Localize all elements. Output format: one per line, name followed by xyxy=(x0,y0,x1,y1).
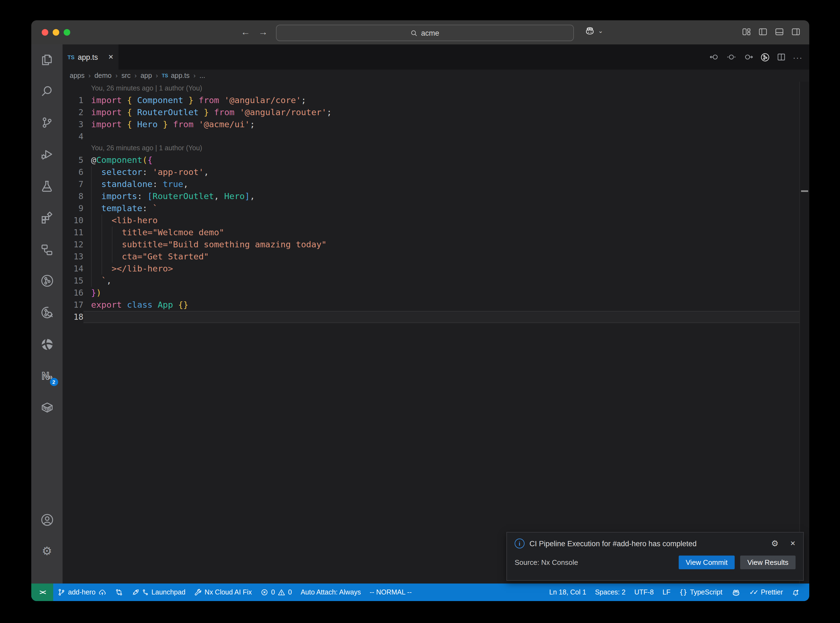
code-line[interactable]: 3import { Hero } from '@acme/ui'; xyxy=(63,118,800,130)
testing-icon[interactable] xyxy=(40,179,54,193)
settings-gear-icon[interactable]: ⚙ xyxy=(40,544,54,558)
code-line[interactable]: 13 cta="Get Started" xyxy=(63,251,800,263)
code-line[interactable]: 2import { RouterOutlet } from '@angular/… xyxy=(63,106,800,118)
status-bar: >< add-hero Launchpad Nx Cloud AI xyxy=(31,583,809,601)
tab-close-icon[interactable]: ✕ xyxy=(108,53,114,61)
breadcrumb-item[interactable]: apps xyxy=(70,72,84,80)
search-view-icon[interactable] xyxy=(40,84,54,98)
history-forward-icon[interactable]: → xyxy=(258,26,268,39)
gitlens-inspect-icon[interactable] xyxy=(40,305,54,320)
toggle-panel-icon[interactable] xyxy=(775,28,784,36)
code-editor[interactable]: You, 26 minutes ago | 1 author (You)1imp… xyxy=(63,82,809,583)
account-icon[interactable] xyxy=(40,513,54,527)
source-control-icon[interactable] xyxy=(40,115,54,129)
code-line[interactable]: 1import { Component } from '@angular/cor… xyxy=(63,94,800,106)
overview-ruler-mark xyxy=(801,190,808,192)
more-actions-icon[interactable]: ··· xyxy=(793,52,803,62)
chevron-down-icon: ⌄ xyxy=(598,27,603,34)
vscode-window: ← → acme ⌄ xyxy=(31,20,809,601)
encoding-item[interactable]: UTF-8 xyxy=(630,583,658,601)
launchpad-branch-icon xyxy=(142,589,149,595)
compare-changes-item[interactable] xyxy=(111,583,127,601)
view-commit-button[interactable]: View Commit xyxy=(679,555,735,569)
code-line[interactable]: 15 `, xyxy=(63,275,800,287)
zoom-window-button[interactable] xyxy=(64,29,70,36)
wrench-icon xyxy=(194,588,202,596)
split-editor-icon[interactable] xyxy=(777,53,786,61)
launchpad-item[interactable]: Launchpad xyxy=(127,583,190,601)
notification-close-icon[interactable]: ✕ xyxy=(790,540,795,547)
indentation-item[interactable]: Spaces: 2 xyxy=(591,583,630,601)
code-line[interactable]: 14 ></lib-hero> xyxy=(63,263,800,275)
prev-change-icon[interactable] xyxy=(709,53,719,61)
editor-group: TS app.ts ✕ ··· apps › demo › src xyxy=(63,44,809,583)
minimize-window-button[interactable] xyxy=(53,29,59,36)
code-line[interactable]: 18 xyxy=(63,311,800,323)
code-line[interactable]: 4 xyxy=(63,130,800,143)
blame-annotation: You, 26 minutes ago | 1 author (You) xyxy=(63,83,800,94)
warnings-icon xyxy=(278,588,285,596)
code-line[interactable]: 9 template: ` xyxy=(63,203,800,215)
customize-layout-icon[interactable] xyxy=(742,28,751,36)
language-mode-item[interactable]: {} TypeScript xyxy=(675,583,727,601)
code-line[interactable]: 8 imports: [RouterOutlet, Hero], xyxy=(63,190,800,203)
notifications-bell-item[interactable] xyxy=(787,583,804,601)
explorer-icon[interactable] xyxy=(40,52,54,66)
code-line[interactable]: 6 selector: 'app-root', xyxy=(63,166,800,178)
auto-attach-item[interactable]: Auto Attach: Always xyxy=(296,583,365,601)
nx-cloud-ai-fix-item[interactable]: Nx Cloud AI Fix xyxy=(190,583,256,601)
notification-settings-gear-icon[interactable]: ⚙ xyxy=(771,539,779,548)
errors-count: 0 xyxy=(271,588,275,596)
breadcrumb-item[interactable]: src xyxy=(121,72,131,80)
toggle-secondary-sidebar-icon[interactable] xyxy=(791,28,800,36)
gitlens-icon[interactable] xyxy=(40,274,54,288)
publish-cloud-icon xyxy=(98,588,106,596)
toggle-primary-sidebar-icon[interactable] xyxy=(758,28,768,36)
breadcrumb-item[interactable]: demo xyxy=(94,72,112,80)
code-line[interactable]: 11 title="Welcmoe demo" xyxy=(63,227,800,239)
view-results-button[interactable]: View Results xyxy=(740,555,795,569)
eol-item[interactable]: LF xyxy=(658,583,675,601)
scrollbar[interactable] xyxy=(799,82,809,583)
code-line[interactable]: 12 subtitle="Build something amazing tod… xyxy=(63,239,800,251)
bell-icon xyxy=(792,588,799,596)
problems-item[interactable]: 0 0 xyxy=(256,583,296,601)
code-line[interactable]: 10 <lib-hero xyxy=(63,215,800,227)
copilot-status-item[interactable] xyxy=(727,583,745,601)
tab-app-ts[interactable]: TS app.ts ✕ xyxy=(63,44,118,70)
copilot-menu[interactable]: ⌄ xyxy=(584,26,603,36)
copilot-icon xyxy=(584,26,595,36)
commit-graph-icon[interactable] xyxy=(760,52,770,62)
next-change-icon[interactable] xyxy=(743,53,753,61)
vim-mode-item[interactable]: -- NORMAL -- xyxy=(365,583,416,601)
breadcrumb-separator: › xyxy=(134,72,137,80)
breadcrumb-separator: › xyxy=(88,72,91,80)
current-change-icon[interactable] xyxy=(726,53,736,61)
run-and-debug-icon[interactable] xyxy=(40,147,54,161)
breadcrumb-item[interactable]: ... xyxy=(200,72,205,80)
notification-title: CI Pipeline Execution for #add-hero has … xyxy=(530,539,766,548)
cursor-position-item[interactable]: Ln 18, Col 1 xyxy=(545,583,591,601)
edge-devtools-icon[interactable] xyxy=(40,337,54,351)
language-label: TypeScript xyxy=(690,588,722,596)
formatter-label: Prettier xyxy=(761,588,783,596)
breadcrumb-item[interactable]: app xyxy=(140,72,152,80)
code-line[interactable]: 5@Component({ xyxy=(63,154,800,166)
code-line[interactable]: 17export class App {} xyxy=(63,299,800,311)
history-back-icon[interactable]: ← xyxy=(241,26,250,39)
remote-indicator[interactable]: >< xyxy=(31,583,53,601)
breadcrumb-item[interactable]: app.ts xyxy=(171,72,190,80)
copilot-icon xyxy=(731,588,740,596)
code-line[interactable]: 16}) xyxy=(63,287,800,299)
git-branch-item[interactable]: add-hero xyxy=(53,583,111,601)
references-icon[interactable] xyxy=(40,242,54,257)
formatter-item[interactable]: ✓✓ Prettier xyxy=(745,583,787,601)
code-line[interactable]: 7 standalone: true, xyxy=(63,178,800,190)
containers-icon[interactable] xyxy=(40,400,54,414)
search-icon xyxy=(411,29,418,37)
breadcrumb: apps › demo › src › app › TS app.ts › ..… xyxy=(63,70,809,82)
close-window-button[interactable] xyxy=(42,29,48,36)
nx-console-icon[interactable]: N» 2 xyxy=(40,369,54,384)
command-center-search[interactable]: acme xyxy=(276,25,574,41)
extensions-icon[interactable] xyxy=(40,210,54,225)
